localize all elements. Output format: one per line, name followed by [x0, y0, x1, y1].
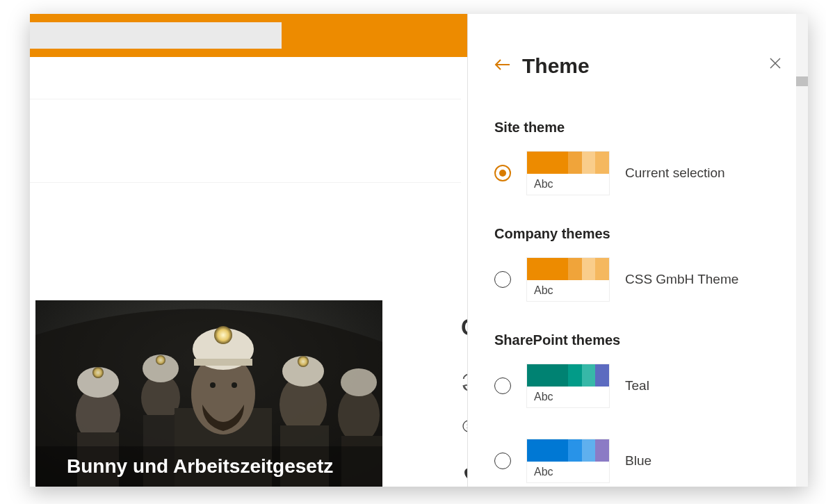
theme-option-current[interactable]: Abc Current selection: [494, 151, 787, 195]
theme-label: Current selection: [625, 165, 725, 181]
panel-scrollbar[interactable]: [796, 14, 808, 487]
company-themes-heading: Company themes: [494, 226, 787, 242]
theme-swatch: Abc: [526, 151, 610, 195]
close-icon[interactable]: [769, 57, 782, 73]
theme-option-css-gmbh[interactable]: Abc CSS GmbH Theme: [494, 257, 787, 302]
svg-point-21: [341, 368, 377, 396]
theme-label: CSS GmbH Theme: [625, 272, 738, 287]
site-theme-heading: Site theme: [494, 120, 787, 136]
theme-swatch: Abc: [526, 257, 610, 302]
radio-icon[interactable]: [494, 377, 511, 394]
theme-label: Blue: [625, 453, 651, 469]
svg-point-15: [232, 382, 237, 388]
back-arrow-icon[interactable]: [494, 58, 511, 74]
theme-swatch: Abc: [526, 439, 610, 483]
search-input[interactable]: [30, 22, 282, 49]
theme-option-blue[interactable]: Abc Blue: [494, 439, 787, 483]
swatch-sample-text: Abc: [527, 387, 609, 407]
hero-news-card[interactable]: Bunny und Arbeitszeitgesetz: [35, 300, 382, 487]
sharepoint-themes-heading: SharePoint themes: [494, 332, 787, 348]
panel-title: Theme: [522, 54, 590, 78]
svg-point-3: [92, 367, 104, 378]
theme-swatch: Abc: [526, 364, 610, 408]
svg-point-14: [210, 382, 216, 388]
svg-rect-12: [194, 359, 252, 366]
theme-panel: Theme Site theme Abc Current selection C…: [467, 14, 808, 487]
theme-option-teal[interactable]: Abc Teal: [494, 364, 787, 408]
radio-icon[interactable]: [494, 453, 511, 469]
svg-point-18: [298, 356, 309, 367]
hero-title: Bunny und Arbeitszeitgesetz: [67, 455, 333, 478]
svg-point-13: [214, 326, 232, 344]
svg-point-7: [156, 355, 165, 365]
radio-icon[interactable]: [494, 271, 511, 288]
swatch-sample-text: Abc: [527, 280, 609, 301]
main-content: Bunny und Arbeitszeitgesetz: [30, 57, 461, 487]
swatch-sample-text: Abc: [527, 462, 609, 482]
radio-selected-icon[interactable]: [494, 165, 511, 181]
theme-label: Teal: [625, 378, 649, 393]
swatch-sample-text: Abc: [527, 174, 609, 195]
